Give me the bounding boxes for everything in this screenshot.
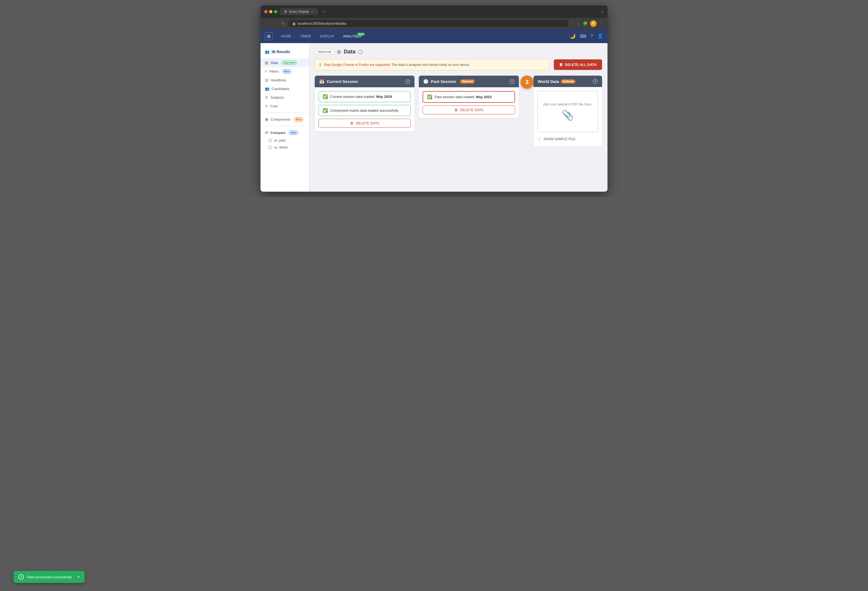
- current-session-delete-button[interactable]: 🗑 DELETE DATA: [319, 119, 411, 128]
- screenshot-icon[interactable]: ⬚: [570, 21, 574, 26]
- page-title: Data: [344, 49, 356, 55]
- sidebar-item-subjects[interactable]: ⚙ Subjects: [260, 93, 309, 102]
- upload-text: Add one relevant PDF file here.: [543, 102, 592, 106]
- current-session-card: 📅 Current Session ? ✅ Current session da…: [315, 75, 415, 131]
- past-session-data-row: ✅ Past session data loaded: May 2023: [423, 91, 515, 103]
- current-session-help-icon[interactable]: ?: [405, 79, 410, 84]
- current-session-title: Current Session: [327, 79, 358, 84]
- nav-home[interactable]: HOME: [277, 32, 295, 40]
- sidebar-label-data: Data: [270, 61, 278, 65]
- components-icon: ▣: [265, 117, 269, 121]
- vs-past-checkbox[interactable]: [269, 139, 272, 142]
- sidebar: 👥 IB Results ▦ Data Improved ≡ Filters N…: [260, 43, 309, 192]
- top-navigation: ⊞ HOME TIMER DISPLAY ANALYSER New 🌙 ⌨ ? …: [260, 29, 608, 43]
- help-nav-icon[interactable]: ?: [590, 34, 593, 38]
- sidebar-item-compare[interactable]: ⇄ Compare New: [260, 128, 309, 137]
- sidebar-item-components[interactable]: ▣ Components Beta: [260, 115, 309, 124]
- nav-links: HOME TIMER DISPLAY ANALYSER New: [277, 32, 365, 40]
- extension-icon[interactable]: 🧩: [583, 21, 588, 26]
- tab-close-icon[interactable]: ✕: [311, 10, 313, 13]
- alert-bar: ℹ Only Google Chrome or Firefox are supp…: [315, 59, 549, 70]
- window-controls: ∨: [601, 9, 604, 14]
- vs-world-checkbox[interactable]: [269, 146, 272, 149]
- delete-all-button[interactable]: 🗑 DELETE ALL DATA: [554, 59, 602, 70]
- bookmark-icon[interactable]: ☆: [577, 21, 580, 26]
- trash-icon: 🗑: [559, 63, 563, 67]
- paperclip-icon: 📎: [562, 109, 574, 121]
- step-3-badge: 3: [521, 75, 533, 89]
- sidebar-sub-vs-past[interactable]: vs. past: [260, 137, 309, 144]
- data-badge: Improved: [281, 61, 297, 65]
- sidebar-label-compare: Compare: [270, 131, 285, 135]
- sidebar-item-data[interactable]: ▦ Data Improved: [260, 58, 309, 67]
- show-sample-button[interactable]: 📄 SHOW SAMPLE FILE: [537, 136, 598, 143]
- data-icon-header: ▦: [337, 49, 341, 54]
- title-help-icon[interactable]: ?: [358, 49, 363, 54]
- sidebar-item-filters[interactable]: ≡ Filters New: [260, 67, 309, 75]
- nav-timer[interactable]: TIMER: [296, 32, 315, 40]
- sidebar-label-components: Components: [270, 117, 291, 121]
- compare-icon: ⇄: [265, 130, 268, 135]
- sidebar-sub-vs-world[interactable]: vs. World: [260, 144, 309, 151]
- sidebar-item-candidates[interactable]: 👥 Candidates: [260, 84, 309, 93]
- alert-text-normal: The data is analysed and stored solely o…: [392, 63, 470, 67]
- world-data-help-icon[interactable]: ?: [593, 79, 598, 84]
- trash-icon-current: 🗑: [350, 121, 353, 125]
- data-icon: ▦: [265, 61, 269, 65]
- history-icon: 🕐: [423, 79, 428, 84]
- sidebar-title: IB Results: [272, 50, 290, 54]
- component-marks-text: Component marks data loaded successfully: [330, 108, 398, 112]
- compare-badge: New: [289, 131, 298, 135]
- past-session-optional-badge: Optional: [460, 80, 475, 84]
- cards-row: 📅 Current Session ? ✅ Current session da…: [315, 75, 602, 146]
- past-session-delete-button[interactable]: 🗑 DELETE DATA: [423, 105, 515, 114]
- calendar-icon: 📅: [319, 79, 325, 84]
- world-upload-area[interactable]: Add one relevant PDF file here. 📎: [537, 91, 598, 132]
- world-data-card-header: World Data Optional ?: [533, 75, 602, 87]
- new-tab-button[interactable]: +: [322, 9, 325, 14]
- content-area: Improved ▦ Data ? ℹ Only Google Chrome o…: [309, 43, 608, 192]
- alert-text-red: Only Google Chrome or Firefox are suppor…: [324, 63, 391, 67]
- sidebar-divider-1: [260, 112, 309, 113]
- nav-display[interactable]: DISPLAY: [316, 32, 338, 40]
- address-text: localhost:3003/analyser/ib/data: [298, 21, 346, 25]
- current-session-card-body: ✅ Current session data loaded: May 2024 …: [315, 87, 415, 131]
- sample-icon: 📄: [537, 137, 541, 141]
- world-data-optional-badge: Optional: [561, 80, 576, 84]
- close-dot: [264, 10, 267, 13]
- vs-world-label: vs. World: [274, 146, 288, 149]
- world-data-title: World Data: [538, 79, 559, 84]
- improved-badge: Improved: [315, 49, 334, 55]
- reload-button[interactable]: ↻: [280, 20, 286, 27]
- top-row: ℹ Only Google Chrome or Firefox are supp…: [315, 59, 602, 70]
- browser-tab[interactable]: 🖥 Exam Display ✕: [280, 8, 318, 15]
- nav-right-icons: 🌙 ⌨ ? 👤: [570, 33, 603, 39]
- nav-analyser[interactable]: ANALYSER New: [339, 32, 365, 40]
- browser-user-avatar[interactable]: F: [590, 20, 596, 27]
- forward-button[interactable]: →: [272, 20, 278, 27]
- filters-badge: New: [282, 69, 292, 74]
- world-data-card: World Data Optional ? Add one relevant P…: [533, 75, 602, 146]
- dark-mode-icon[interactable]: 🌙: [570, 33, 576, 39]
- check-icon-past: ✅: [427, 95, 433, 99]
- sidebar-label-filters: Filters: [269, 69, 279, 74]
- analyser-badge: New: [357, 33, 365, 36]
- browser-menu-icon[interactable]: ⋮: [599, 21, 604, 26]
- show-sample-label: SHOW SAMPLE FILE: [543, 137, 576, 141]
- keyboard-icon[interactable]: ⌨: [580, 34, 586, 39]
- back-button[interactable]: ←: [264, 20, 270, 27]
- sidebar-label-core: Core: [270, 104, 278, 108]
- core-icon: ✦: [265, 104, 268, 108]
- sidebar-item-core[interactable]: ✦ Core: [260, 102, 309, 110]
- address-bar[interactable]: 🔒 localhost:3003/analyser/ib/data: [288, 20, 568, 27]
- past-session-date: May 2023: [476, 95, 492, 99]
- past-session-help-icon[interactable]: ?: [509, 79, 515, 84]
- candidates-icon: 👥: [265, 86, 269, 91]
- user-account-icon[interactable]: 👤: [597, 33, 603, 39]
- alert-info-icon: ℹ: [319, 62, 321, 67]
- world-data-card-body: Add one relevant PDF file here. 📎 📄 SHOW…: [533, 87, 602, 146]
- headlines-icon: ▤: [265, 78, 269, 82]
- current-session-date: May 2024: [376, 95, 392, 99]
- sidebar-item-headlines[interactable]: ▤ Headlines: [260, 75, 309, 84]
- sidebar-logo-icon: 👥: [265, 50, 269, 54]
